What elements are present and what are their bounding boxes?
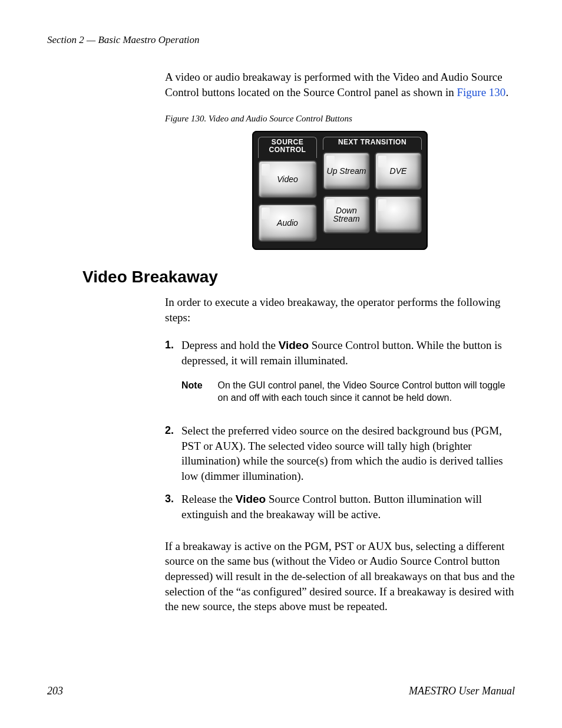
blank-button[interactable] — [375, 196, 422, 233]
down-stream-button[interactable]: Down Stream — [323, 196, 370, 233]
step-1: Depress and hold the Video Source Contro… — [165, 338, 515, 423]
running-head: Section 2 — Basic Maestro Operation — [47, 34, 515, 46]
next-transition-column: NEXT TRANSITION Up Stream DVE Down Strea… — [323, 137, 422, 242]
manual-title: MAESTRO User Manual — [409, 685, 515, 697]
note-label: Note — [181, 379, 203, 404]
body-block: A video or audio breakaway is performed … — [165, 70, 515, 250]
step-1-text-a: Depress and hold the — [181, 339, 279, 351]
section-lead: In order to execute a video breakaway, t… — [165, 295, 515, 325]
page: Section 2 — Basic Maestro Operation A vi… — [0, 0, 562, 728]
step-list: Depress and hold the Video Source Contro… — [165, 338, 515, 530]
step-3: Release the Video Source Control button.… — [165, 492, 515, 530]
intro-period: . — [505, 86, 508, 98]
dve-button[interactable]: DVE — [375, 152, 422, 190]
source-control-column: SOURCE CONTROL Video Audio — [258, 137, 317, 242]
intro-paragraph: A video or audio breakaway is performed … — [165, 70, 515, 100]
step-3-bold: Video — [236, 493, 266, 505]
up-stream-button[interactable]: Up Stream — [323, 152, 370, 190]
figure-link[interactable]: Figure 130 — [457, 86, 506, 98]
audio-button[interactable]: Audio — [258, 204, 317, 242]
note-text: On the GUI control panel, the Video Sour… — [218, 379, 515, 404]
next-transition-label: NEXT TRANSITION — [323, 137, 422, 150]
step-1-bold: Video — [279, 339, 309, 351]
intro-text: A video or audio breakaway is performed … — [165, 71, 503, 98]
section-heading: Video Breakaway — [82, 268, 515, 286]
control-panel-figure: SOURCE CONTROL Video Audio NEXT TRANSITI… — [252, 131, 428, 251]
page-number: 203 — [47, 685, 63, 697]
figure-caption: Figure 130. Video and Audio Source Contr… — [165, 113, 515, 124]
source-control-label: SOURCE CONTROL — [258, 137, 317, 159]
step-3-text-a: Release the — [181, 493, 236, 505]
step-2: Select the preferred video source on the… — [165, 423, 515, 492]
section-body: In order to execute a video breakaway, t… — [165, 295, 515, 614]
video-button[interactable]: Video — [258, 160, 317, 198]
page-footer: 203 MAESTRO User Manual — [47, 685, 515, 697]
note-row: Note On the GUI control panel, the Video… — [181, 379, 515, 404]
closing-paragraph: If a breakaway is active on the PGM, PST… — [165, 539, 515, 614]
